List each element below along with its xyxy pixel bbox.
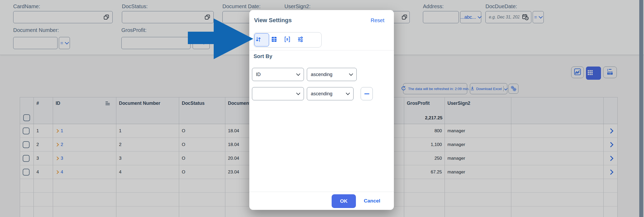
sort-direction-select-1[interactable]: ascending: [307, 68, 357, 81]
dialog-title: View Settings: [254, 17, 292, 24]
tab-filter[interactable]: [294, 33, 307, 47]
chevron-down-icon: [296, 72, 300, 76]
chevron-down-icon: [346, 91, 350, 95]
sliders-icon: [297, 36, 304, 44]
sort-field-value-1: ID: [256, 72, 261, 77]
app-page: CardName: DocStatus: Document Date: User…: [0, 0, 644, 217]
sort-field-select-2[interactable]: [252, 87, 304, 100]
sort-arrows-icon: [255, 36, 262, 44]
chevron-down-icon: [296, 91, 300, 95]
dialog-header-divider: [249, 50, 394, 50]
group-icon: [284, 36, 291, 44]
sort-by-heading: Sort By: [254, 53, 272, 59]
sort-field-select-1[interactable]: ID: [252, 68, 304, 81]
view-settings-dialog: View Settings Reset: [249, 10, 394, 210]
sort-direction-select-2[interactable]: ascending: [307, 87, 354, 100]
tab-sort[interactable]: [254, 33, 269, 46]
dialog-footer-divider: [249, 192, 394, 192]
remove-sort-row-button[interactable]: [361, 87, 373, 100]
tab-group[interactable]: [281, 33, 294, 47]
sort-direction-value-1: ascending: [311, 72, 332, 77]
dialog-tab-bar: [254, 32, 322, 48]
minus-icon: [364, 93, 369, 94]
ok-button[interactable]: OK: [332, 194, 356, 208]
cancel-button[interactable]: Cancel: [364, 198, 380, 204]
table-icon: [271, 36, 278, 44]
sort-direction-value-2: ascending: [311, 91, 332, 97]
reset-button[interactable]: Reset: [371, 17, 384, 23]
tab-columns[interactable]: [268, 33, 280, 47]
chevron-down-icon: [349, 72, 353, 76]
annotation-arrow: [184, 15, 256, 60]
